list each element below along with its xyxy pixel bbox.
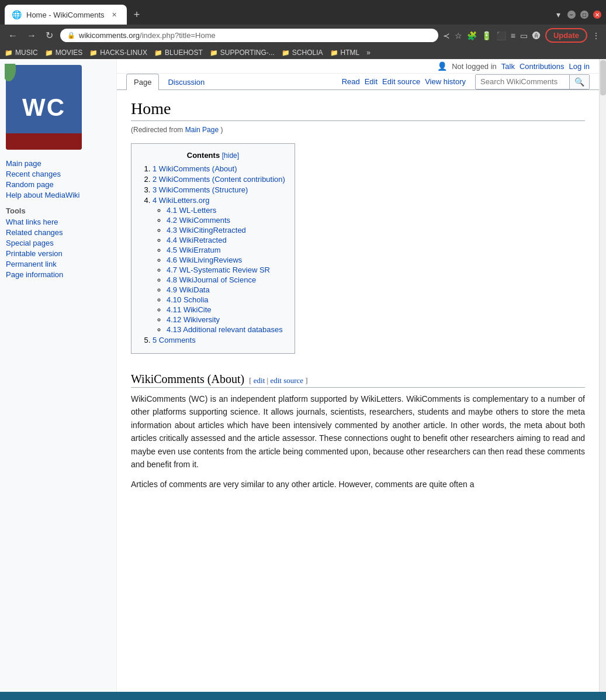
toc-link-2[interactable]: 2 WikiComments (Content contribution) [153, 175, 285, 184]
sidebar-item-main-page[interactable]: Main page [6, 159, 110, 168]
new-tab-button[interactable]: + [129, 6, 145, 23]
tab-favicon: 🌐 [12, 10, 22, 19]
toc-sublink-4-1[interactable]: 4.1 WL-Letters [167, 206, 216, 215]
tab-read[interactable]: Read [342, 77, 360, 86]
toc-subitem-4-7: 4.7 WL-Systematic Review SR [167, 265, 285, 274]
sidebar-item-what-links-here[interactable]: What links here [6, 218, 110, 226]
user-icon: 👤 [437, 61, 447, 71]
address-bar-row: ← → ↻ 🔒 wikicomments.org/index.php?title… [0, 25, 606, 46]
extensions-button[interactable]: 🧩 [467, 31, 477, 40]
folder-icon: 📁 [5, 49, 13, 57]
bookmark-label: SUPPORTING-... [220, 49, 275, 57]
sidebar-item-printable-version[interactable]: Printable version [6, 249, 110, 258]
bookmark-movies[interactable]: 📁 MOVIES [45, 49, 83, 57]
toc-sublink-4-5[interactable]: 4.5 WikiErratum [167, 246, 220, 254]
share-button[interactable]: ≺ [443, 31, 450, 40]
tab-close-button[interactable]: ✕ [109, 9, 120, 20]
bookmark-supporting[interactable]: 📁 SUPPORTING-... [210, 49, 275, 57]
toc-item-4: 4 WikiLetters.org 4.1 WL-Letters 4.2 Wik… [153, 196, 285, 334]
toc-sublink-4-8[interactable]: 4.8 WikiJournal of Science [167, 275, 256, 284]
active-tab[interactable]: 🌐 Home - WikiComments ✕ [5, 5, 127, 25]
tab-discussion[interactable]: Discussion [160, 74, 212, 90]
list-button[interactable]: ≡ [511, 31, 515, 40]
user-circle-button[interactable]: 🅐 [532, 31, 541, 40]
sidebar-item-help-mediawiki[interactable]: Help about MediaWiki [6, 191, 110, 199]
toc-link-4[interactable]: 4 WikiLetters.org [153, 196, 210, 205]
toc-link-1[interactable]: 1 WikiComments (About) [153, 164, 237, 173]
sidebar-item-random-page[interactable]: Random page [6, 180, 110, 189]
folder-icon: 📁 [45, 49, 53, 57]
sidebar-item-related-changes[interactable]: Related changes [6, 228, 110, 237]
toc-link-3[interactable]: 3 WikiComments (Structure) [153, 185, 248, 194]
search-button[interactable]: 🔍 [569, 75, 589, 89]
bookmark-bluehost[interactable]: 📁 BLUEHOST [154, 49, 203, 57]
bookmark-hacks-linux[interactable]: 📁 HACKS-LINUX [89, 49, 147, 57]
toc-subitem-4-8: 4.8 WikiJournal of Science [167, 275, 285, 284]
toc-subitem-4-6: 4.6 WikiLivingReviews [167, 256, 285, 264]
tab-page[interactable]: Page [126, 74, 159, 90]
search-input[interactable] [476, 75, 569, 88]
tab-edit-source[interactable]: Edit source [382, 77, 420, 86]
contributions-link[interactable]: Contributions [520, 62, 565, 71]
address-bar[interactable]: 🔒 wikicomments.org/index.php?title=Home [60, 29, 438, 42]
logo-text: WC [22, 94, 65, 122]
section1-edit-source-link[interactable]: edit source [270, 376, 303, 385]
tab-edit[interactable]: Edit [365, 77, 378, 86]
nav-section: Main page Recent changes Random page Hel… [6, 159, 110, 199]
bookmark-music[interactable]: 📁 MUSIC [5, 49, 38, 57]
toc-sublink-4-7[interactable]: 4.7 WL-Systematic Review SR [167, 265, 270, 274]
login-link[interactable]: Log in [569, 62, 590, 71]
lock-icon: 🔒 [67, 32, 75, 39]
bookmark-star-button[interactable]: ☆ [455, 31, 462, 40]
search-box: 🔍 [475, 74, 590, 89]
talk-link[interactable]: Talk [501, 62, 515, 71]
toc-sublink-4-10[interactable]: 4.10 Scholia [167, 295, 209, 304]
sidebar-item-permanent-link[interactable]: Permanent link [6, 260, 110, 268]
scrollbar[interactable] [599, 59, 606, 692]
toc-sublink-4-2[interactable]: 4.2 WikiComments [167, 216, 230, 225]
address-url: wikicomments.org/index.php?title=Home [79, 31, 431, 40]
bookmark-label: » [366, 49, 370, 57]
reload-button[interactable]: ↻ [43, 29, 56, 42]
forward-button[interactable]: → [25, 29, 39, 42]
puzzle-button[interactable]: ⬛ [496, 31, 506, 40]
toc-sublink-4-4[interactable]: 4.4 WikiRetracted [167, 236, 227, 244]
minimize-button[interactable]: − [567, 11, 576, 19]
browser-chrome: 🌐 Home - WikiComments ✕ + ▾ − □ ✕ ← → ↻ … [0, 0, 606, 59]
toc-subitem-4-11: 4.11 WikiCite [167, 305, 285, 314]
tab-controls: ▾ − □ ✕ [554, 8, 601, 22]
redirect-link[interactable]: Main Page [185, 126, 219, 134]
folder-icon: 📁 [330, 49, 338, 57]
back-button[interactable]: ← [6, 29, 20, 42]
scrollbar-thumb[interactable] [600, 60, 606, 95]
toc-sublink-4-6[interactable]: 4.6 WikiLivingReviews [167, 256, 242, 264]
toc-sublink-4-13[interactable]: 4.13 Additional relevant databases [167, 325, 283, 334]
article-body: WikiComments (WC) is an independent plat… [131, 392, 585, 491]
toc-sublist: 4.1 WL-Letters 4.2 WikiComments 4.3 Wiki… [153, 206, 285, 334]
section1-edit-links: [ edit | edit source ] [249, 376, 307, 385]
toc-link-5[interactable]: 5 Comments [153, 336, 196, 344]
bookmark-scholia[interactable]: 📁 SCHOLIA [282, 49, 323, 57]
battery-button[interactable]: 🔋 [482, 31, 491, 40]
toc-sublink-4-9[interactable]: 4.9 WikiData [167, 285, 210, 294]
section1-edit-link[interactable]: edit [254, 376, 265, 385]
toc-hide-button[interactable]: [hide] [222, 151, 239, 160]
tab-view-history[interactable]: View history [425, 77, 466, 86]
tab-list-button[interactable]: ▾ [554, 8, 563, 22]
toc-sublink-4-12[interactable]: 4.12 Wikiversity [167, 315, 220, 324]
bookmark-html[interactable]: 📁 HTML [330, 49, 360, 57]
sidebar-toggle-button[interactable]: ▭ [520, 31, 528, 40]
sidebar-item-recent-changes[interactable]: Recent changes [6, 170, 110, 178]
sidebar-item-special-pages[interactable]: Special pages [6, 239, 110, 247]
toc-subitem-4-3: 4.3 WikiCitingRetracted [167, 226, 285, 235]
user-bar: 👤 Not logged in Talk Contributions Log i… [117, 59, 599, 74]
maximize-button[interactable]: □ [580, 11, 588, 19]
update-button[interactable]: Update [545, 28, 587, 43]
toc-sublink-4-11[interactable]: 4.11 WikiCite [167, 305, 212, 314]
bookmark-more[interactable]: » [366, 49, 370, 57]
close-button[interactable]: ✕ [593, 11, 601, 19]
toc-sublink-4-3[interactable]: 4.3 WikiCitingRetracted [167, 226, 246, 235]
more-button[interactable]: ⋮ [592, 31, 600, 40]
toc-title: Contents [hide] [141, 151, 285, 160]
sidebar-item-page-information[interactable]: Page information [6, 270, 110, 279]
